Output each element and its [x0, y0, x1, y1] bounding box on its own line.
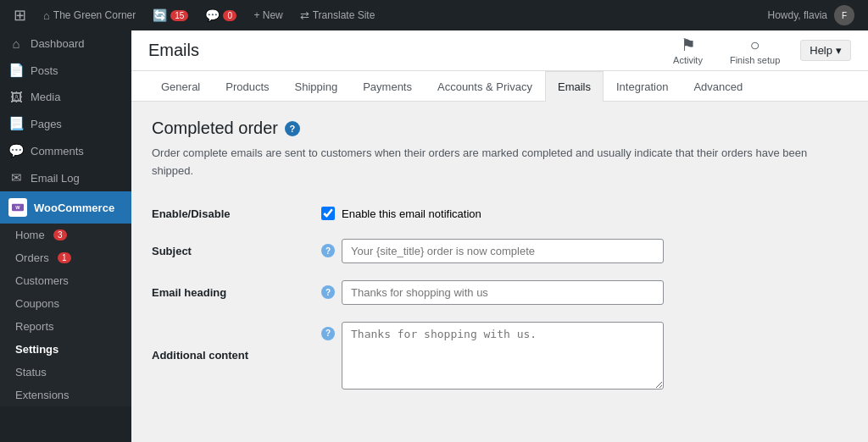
content-area: Emails ⚑ Activity ○ Finish setup Help ▾ … — [131, 30, 868, 442]
woocommerce-header[interactable]: W WooCommerce — [0, 191, 131, 224]
enable-disable-row: Enable/Disable Enable this email notific… — [152, 197, 848, 230]
section-title: Completed order ? — [152, 119, 848, 138]
subject-row: Subject ? — [152, 230, 848, 272]
chevron-down-icon: ▾ — [836, 44, 842, 57]
sidebar-item-pages[interactable]: 📃 Pages — [0, 110, 131, 137]
woo-sub-status[interactable]: Status — [0, 361, 131, 384]
woo-sub-reports[interactable]: Reports — [0, 315, 131, 338]
dashboard-icon: ⌂ — [8, 36, 24, 51]
section-description: Order complete emails are sent to custom… — [152, 145, 848, 180]
posts-icon: 📄 — [8, 63, 24, 78]
tab-emails[interactable]: Emails — [545, 71, 604, 102]
tab-payments[interactable]: Payments — [350, 71, 425, 102]
tab-products[interactable]: Products — [213, 71, 281, 102]
email-heading-input[interactable] — [342, 280, 664, 305]
svg-text:W: W — [15, 205, 20, 210]
adminbar-logo[interactable]: ⊞ — [7, 0, 33, 30]
tab-integration[interactable]: Integration — [604, 71, 681, 102]
subject-field-row: ? — [321, 239, 848, 263]
pages-icon: 📃 — [8, 116, 24, 131]
additional-content-row: Additional content ? — [152, 313, 848, 398]
adminbar-new[interactable]: + New — [247, 0, 289, 30]
email-log-icon: ✉ — [8, 170, 24, 185]
sidebar-item-media[interactable]: 🖼 Media — [0, 84, 131, 110]
finish-setup-button[interactable]: ○ Finish setup — [723, 33, 787, 69]
enable-checkbox[interactable] — [321, 207, 335, 220]
adminbar-translate[interactable]: ⇄ Translate Site — [293, 0, 382, 30]
settings-tabs: General Products Shipping Payments Accou… — [131, 71, 868, 102]
subject-label: Subject — [152, 245, 192, 257]
sidebar: ⌂ Dashboard 📄 Posts 🖼 Media 📃 Pages 💬 Co… — [0, 30, 131, 442]
additional-content-help-icon[interactable]: ? — [321, 327, 335, 340]
activity-icon: ⚑ — [681, 36, 696, 53]
sidebar-item-posts[interactable]: 📄 Posts — [0, 57, 131, 84]
sidebar-item-comments[interactable]: 💬 Comments — [0, 137, 131, 164]
sidebar-item-dashboard[interactable]: ⌂ Dashboard — [0, 30, 131, 57]
additional-content-input[interactable] — [342, 322, 664, 390]
additional-content-field-row: ? — [321, 322, 848, 390]
woo-sub-orders[interactable]: Orders 1 — [0, 246, 131, 269]
avatar: F — [834, 5, 854, 25]
woo-logo-icon: W — [8, 198, 27, 217]
enable-checkbox-label[interactable]: Enable this email notification — [321, 207, 848, 220]
comments-icon: 💬 — [8, 143, 24, 158]
help-button[interactable]: Help ▾ — [800, 40, 851, 61]
admin-bar: ⊞ ⌂ The Green Corner 🔄 15 💬 0 + New ⇄ Tr… — [0, 0, 868, 30]
email-heading-help-icon[interactable]: ? — [321, 285, 335, 299]
woo-sub-coupons[interactable]: Coupons — [0, 292, 131, 315]
tab-advanced[interactable]: Advanced — [681, 71, 755, 102]
email-heading-label: Email heading — [152, 286, 226, 299]
main-content: Completed order ? Order complete emails … — [131, 102, 868, 442]
email-form: Enable/Disable Enable this email notific… — [152, 197, 848, 398]
activity-button[interactable]: ⚑ Activity — [666, 33, 709, 69]
page-title: Emails — [148, 41, 199, 60]
woo-sub-settings[interactable]: Settings — [0, 338, 131, 361]
info-icon[interactable]: ? — [285, 121, 300, 136]
adminbar-howdy[interactable]: Howdy, flavia F — [761, 5, 861, 25]
finish-setup-icon: ○ — [750, 36, 760, 53]
woo-sub-customers[interactable]: Customers — [0, 269, 131, 292]
woo-sub-extensions[interactable]: Extensions — [0, 384, 131, 406]
woo-sub-home[interactable]: Home 3 — [0, 224, 131, 246]
subject-help-icon[interactable]: ? — [321, 244, 335, 257]
content-header: Emails ⚑ Activity ○ Finish setup Help ▾ — [131, 30, 868, 71]
email-heading-row: Email heading ? — [152, 272, 848, 313]
tab-general[interactable]: General — [148, 71, 213, 102]
enable-disable-label: Enable/Disable — [152, 207, 230, 220]
additional-content-label: Additional content — [152, 349, 248, 362]
subject-input[interactable] — [342, 239, 664, 263]
adminbar-updates[interactable]: 🔄 15 — [146, 0, 195, 30]
email-heading-field-row: ? — [321, 280, 848, 305]
adminbar-comments[interactable]: 💬 0 — [198, 0, 243, 30]
tab-accounts-privacy[interactable]: Accounts & Privacy — [425, 71, 545, 102]
woocommerce-section: W WooCommerce Home 3 Orders 1 Customers … — [0, 191, 131, 406]
header-actions: ⚑ Activity ○ Finish setup Help ▾ — [666, 33, 851, 69]
adminbar-site[interactable]: ⌂ The Green Corner — [36, 0, 142, 30]
sidebar-item-email-log[interactable]: ✉ Email Log — [0, 164, 131, 191]
tab-shipping[interactable]: Shipping — [282, 71, 351, 102]
media-icon: 🖼 — [8, 90, 24, 104]
